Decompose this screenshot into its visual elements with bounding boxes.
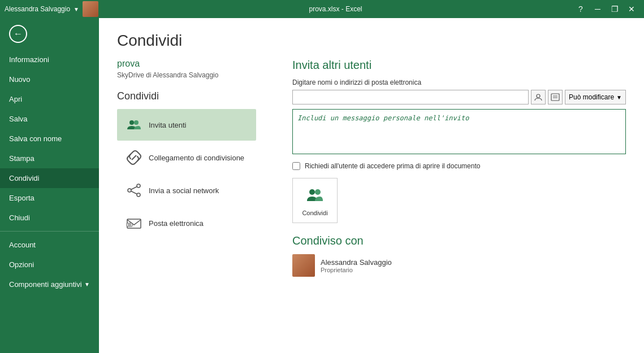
minimize-button[interactable]: ─ — [590, 1, 606, 17]
svg-point-3 — [137, 184, 140, 188]
content-area: Condividi prova SkyDrive di Alessandra S… — [99, 18, 644, 353]
window-title: prova.xlsx - Excel — [98, 5, 573, 13]
shared-user-info: Alessandra Salvaggio Proprietario — [321, 258, 392, 273]
shared-with-title: Condiviso con — [292, 234, 626, 247]
svg-point-12 — [537, 94, 540, 98]
shared-user-avatar — [292, 254, 315, 277]
collegamento-label: Collegamento di condivisione — [149, 154, 244, 162]
share-btn-icon — [306, 185, 324, 207]
permission-dropdown[interactable]: Può modificare ▼ — [565, 90, 626, 104]
address-book-icon-btn[interactable] — [531, 90, 546, 104]
share-option-social[interactable]: Invia a social network — [117, 175, 256, 206]
avatar — [83, 1, 98, 17]
title-bar: Alessandra Salvaggio ▼ prova.xlsx - Exce… — [0, 0, 644, 18]
user-dropdown-arrow[interactable]: ▼ — [74, 6, 79, 12]
share-option-invita[interactable]: Invita utenti — [117, 109, 256, 141]
social-icon — [126, 182, 142, 198]
share-button-container: Condividi — [292, 178, 626, 223]
page-title: Condividi — [117, 32, 626, 50]
sidebar-item-componenti[interactable]: Componenti aggiuntivi ▼ — [0, 274, 99, 294]
invite-title: Invita altri utenti — [292, 59, 626, 72]
posta-label: Posta elettronica — [149, 219, 204, 228]
share-btn-label: Condividi — [302, 210, 327, 216]
sidebar-item-account[interactable]: Account — [0, 235, 99, 255]
back-circle-icon[interactable]: ← — [9, 25, 27, 43]
contacts-icon-btn[interactable] — [548, 90, 563, 104]
left-panel: prova SkyDrive di Alessandra Salvaggio C… — [99, 59, 274, 353]
permission-value: Può modificare — [569, 93, 614, 101]
main-layout: ← Informazioni Nuovo Apri Salva Salva co… — [0, 18, 644, 353]
sidebar-item-chiudi[interactable]: Chiudi — [0, 208, 99, 228]
social-label: Invia a social network — [149, 186, 219, 195]
svg-point-0 — [129, 120, 134, 125]
share-button[interactable]: Condividi — [292, 178, 338, 223]
svg-point-16 — [309, 189, 315, 195]
content-header: Condividi — [99, 18, 644, 59]
svg-point-1 — [134, 120, 139, 125]
back-button[interactable]: ← — [0, 18, 99, 50]
window-controls: ? ─ ❐ ✕ — [573, 1, 639, 17]
shared-user-row: Alessandra Salvaggio Proprietario — [292, 254, 626, 277]
share-option-collegamento[interactable]: Collegamento di condivisione — [117, 142, 256, 173]
sidebar-item-informazioni[interactable]: Informazioni — [0, 50, 99, 69]
invite-input[interactable] — [292, 90, 529, 104]
svg-line-6 — [131, 187, 137, 190]
svg-rect-9 — [127, 223, 132, 226]
close-button[interactable]: ✕ — [624, 1, 639, 17]
right-panel: Invita altri utenti Digitare nomi o indi… — [274, 59, 644, 353]
sidebar-nav: Informazioni Nuovo Apri Salva Salva con … — [0, 50, 99, 353]
svg-line-7 — [131, 191, 137, 194]
require-signin-label: Richiedi all'utente di accedere prima di… — [305, 162, 480, 170]
back-arrow-icon: ← — [14, 29, 23, 39]
svg-line-2 — [132, 155, 136, 160]
shared-user-role: Proprietario — [321, 267, 392, 273]
help-button[interactable]: ? — [573, 1, 589, 17]
collegamento-icon — [126, 150, 142, 165]
svg-point-17 — [315, 189, 321, 195]
svg-point-5 — [137, 193, 140, 197]
sidebar: ← Informazioni Nuovo Apri Salva Salva co… — [0, 18, 99, 353]
content-body: prova SkyDrive di Alessandra Salvaggio C… — [99, 59, 644, 353]
invita-label: Invita utenti — [149, 121, 187, 129]
invita-utenti-icon — [126, 117, 142, 133]
invite-label: Digitare nomi o indirizzi di posta elett… — [292, 79, 626, 86]
posta-icon — [126, 215, 142, 231]
sidebar-divider — [0, 231, 99, 232]
file-name: prova — [117, 59, 256, 69]
share-options-list: Invita utenti Collegamento di condivisio… — [117, 109, 256, 239]
sidebar-item-salva-con-nome[interactable]: Salva con nome — [0, 129, 99, 149]
svg-rect-13 — [551, 94, 559, 101]
sidebar-item-apri[interactable]: Apri — [0, 89, 99, 109]
share-option-posta[interactable]: Posta elettronica — [117, 207, 256, 239]
sidebar-item-opzioni[interactable]: Opzioni — [0, 255, 99, 274]
sidebar-item-condividi[interactable]: Condividi — [0, 168, 99, 188]
shared-user-name: Alessandra Salvaggio — [321, 258, 392, 267]
svg-point-4 — [128, 189, 131, 192]
require-signin-row: Richiedi all'utente di accedere prima di… — [292, 162, 626, 170]
componenti-arrow-icon: ▼ — [84, 281, 90, 287]
username-label: Alessandra Salvaggio — [5, 5, 70, 13]
sidebar-item-nuovo[interactable]: Nuovo — [0, 69, 99, 89]
sidebar-item-salva[interactable]: Salva — [0, 109, 99, 129]
user-info: Alessandra Salvaggio ▼ — [5, 1, 98, 17]
sidebar-item-esporta[interactable]: Esporta — [0, 188, 99, 208]
file-location: SkyDrive di Alessandra Salvaggio — [117, 71, 256, 79]
message-textarea[interactable] — [292, 109, 626, 154]
require-signin-checkbox[interactable] — [292, 162, 300, 170]
permission-arrow-icon: ▼ — [616, 94, 622, 101]
maximize-button[interactable]: ❐ — [607, 1, 623, 17]
invite-input-row: Può modificare ▼ — [292, 90, 626, 104]
condividi-section-title: Condividi — [117, 90, 256, 102]
sidebar-item-stampa[interactable]: Stampa — [0, 149, 99, 168]
